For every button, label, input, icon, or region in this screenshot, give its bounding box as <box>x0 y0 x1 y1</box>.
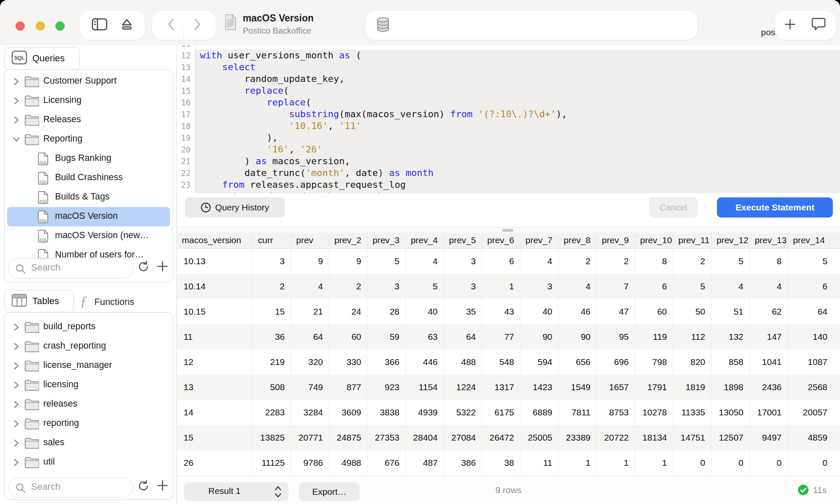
cell-value[interactable]: 6889 <box>520 400 559 425</box>
cell-value[interactable]: 3 <box>444 274 482 299</box>
cell-value[interactable]: 90 <box>520 324 559 349</box>
table-item[interactable]: sales <box>5 433 173 453</box>
query-item[interactable]: Licensing <box>5 91 173 110</box>
table-item[interactable]: releases <box>5 395 173 414</box>
cell-value[interactable]: 656 <box>559 349 597 375</box>
cell-value[interactable]: 1819 <box>673 375 711 400</box>
cell-value[interactable]: 0 <box>711 450 750 475</box>
cell-value[interactable]: 923 <box>368 375 406 400</box>
cell-value[interactable]: 3 <box>520 274 559 299</box>
chevron-right-icon[interactable] <box>13 459 20 468</box>
cell-value[interactable]: 47 <box>597 299 635 324</box>
cell-value[interactable]: 1317 <box>482 375 520 400</box>
column-header-prev_12[interactable]: prev_12 <box>711 233 750 248</box>
cell-value[interactable]: 17001 <box>750 400 788 425</box>
chevron-right-icon[interactable] <box>13 381 20 391</box>
tables-add-icon[interactable] <box>157 480 168 493</box>
cell-value[interactable]: 10278 <box>635 400 673 425</box>
cell-value[interactable]: 60 <box>329 324 368 349</box>
query-item[interactable]: SQLBuild Crashiness <box>5 168 173 188</box>
cell-value[interactable]: 50 <box>673 299 711 324</box>
cell-value[interactable]: 2 <box>329 274 368 299</box>
cell-value[interactable]: 0 <box>788 450 840 475</box>
tables-search[interactable] <box>8 478 133 498</box>
cell-value[interactable]: 4 <box>750 274 788 299</box>
cell-value[interactable]: 7811 <box>559 400 597 425</box>
cell-value[interactable]: 18134 <box>635 425 673 450</box>
table-row[interactable]: 1221932033036644648854859465669679882085… <box>177 349 840 375</box>
column-header-prev_9[interactable]: prev_9 <box>597 233 635 248</box>
cell-value[interactable]: 26472 <box>482 425 520 450</box>
tab-functions[interactable]: ƒ Functions <box>78 293 134 311</box>
column-header-prev[interactable]: prev <box>291 233 329 248</box>
cell-value[interactable]: 4939 <box>406 400 444 425</box>
chevron-right-icon[interactable] <box>13 362 20 371</box>
cell-value[interactable]: 6 <box>635 274 673 299</box>
cell-value[interactable]: 15 <box>253 299 291 324</box>
cell-value[interactable]: 11335 <box>673 400 711 425</box>
query-item[interactable]: SQLmacOS Version (new… <box>5 226 173 246</box>
table-row[interactable]: 1513825207712487527353284042708426472250… <box>177 425 840 450</box>
table-item[interactable]: reporting <box>5 414 173 433</box>
cell-value[interactable]: 386 <box>444 450 482 475</box>
column-header-prev_8[interactable]: prev_8 <box>559 233 597 248</box>
cell-macos-version[interactable]: 26 <box>177 450 253 475</box>
cell-value[interactable]: 64 <box>444 324 482 349</box>
table-row[interactable]: 10.14242353134765446 <box>177 274 840 299</box>
cell-value[interactable]: 6175 <box>482 400 520 425</box>
table-row[interactable]: 26111259786498867648738638111110000 <box>177 450 840 475</box>
table-item[interactable]: license_manager <box>5 356 173 375</box>
cell-value[interactable]: 8753 <box>597 400 635 425</box>
cell-value[interactable]: 3284 <box>291 400 329 425</box>
cell-value[interactable]: 1549 <box>559 375 597 400</box>
table-item[interactable]: util <box>5 453 173 472</box>
queries-search[interactable] <box>8 258 133 278</box>
toggle-sidebar-icon[interactable] <box>92 18 108 32</box>
cell-value[interactable]: 8 <box>635 249 673 274</box>
cell-value[interactable]: 20057 <box>788 400 840 425</box>
cell-macos-version[interactable]: 14 <box>177 400 253 425</box>
column-header-prev_14[interactable]: prev_14 <box>788 233 840 248</box>
cell-value[interactable]: 798 <box>635 349 673 375</box>
cell-value[interactable]: 62 <box>750 299 788 324</box>
cell-value[interactable]: 877 <box>329 375 368 400</box>
query-item[interactable]: SQLmacOS Version <box>5 207 173 226</box>
query-item[interactable]: Releases <box>5 110 173 130</box>
query-item[interactable]: SQLBugs Ranking <box>5 149 173 168</box>
chevron-right-icon[interactable] <box>13 116 20 126</box>
cell-value[interactable]: 27084 <box>444 425 482 450</box>
column-header-prev_7[interactable]: prev_7 <box>520 233 559 248</box>
query-history-button[interactable]: Query History <box>185 197 285 218</box>
cell-value[interactable]: 8 <box>750 249 788 274</box>
column-header-prev_4[interactable]: prev_4 <box>406 233 444 248</box>
cell-value[interactable]: 5 <box>406 274 444 299</box>
tab-queries[interactable]: SQL Queries <box>4 47 80 70</box>
cell-macos-version[interactable]: 10.14 <box>177 274 253 299</box>
cell-macos-version[interactable]: 13 <box>177 375 253 400</box>
cell-value[interactable]: 4 <box>559 274 597 299</box>
column-header-prev_6[interactable]: prev_6 <box>482 233 520 248</box>
cell-value[interactable]: 4 <box>406 249 444 274</box>
table-row[interactable]: 1350874987792311541224131714231549165717… <box>177 375 840 400</box>
cell-value[interactable]: 24875 <box>329 425 368 450</box>
cell-value[interactable]: 3 <box>253 249 291 274</box>
tables-search-input[interactable] <box>30 481 129 493</box>
cell-value[interactable]: 140 <box>788 324 840 349</box>
cell-value[interactable]: 5322 <box>444 400 482 425</box>
cell-value[interactable]: 594 <box>520 349 559 375</box>
cell-value[interactable]: 1791 <box>635 375 673 400</box>
cell-value[interactable]: 2436 <box>750 375 788 400</box>
chevron-right-icon[interactable] <box>13 439 20 449</box>
cell-value[interactable]: 749 <box>291 375 329 400</box>
cell-value[interactable]: 23389 <box>559 425 597 450</box>
cell-value[interactable]: 38 <box>482 450 520 475</box>
table-row[interactable]: 1136646059636477909095119112132147140 <box>177 324 840 349</box>
cell-value[interactable]: 36 <box>253 324 291 349</box>
cell-macos-version[interactable]: 12 <box>177 349 253 375</box>
cell-value[interactable]: 1 <box>559 450 597 475</box>
cell-value[interactable]: 1423 <box>520 375 559 400</box>
cell-value[interactable]: 1898 <box>711 375 750 400</box>
cell-value[interactable]: 11 <box>520 450 559 475</box>
cell-value[interactable]: 13825 <box>253 425 291 450</box>
column-header-prev_10[interactable]: prev_10 <box>635 233 673 248</box>
